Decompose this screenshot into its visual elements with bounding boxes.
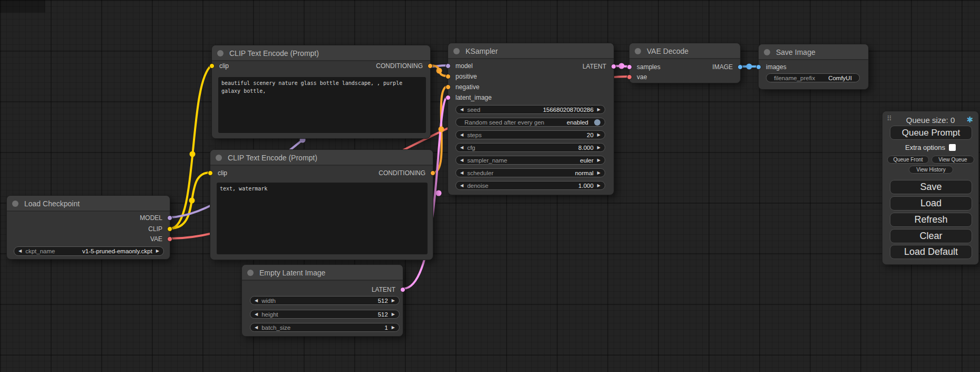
node-vae-decode: VAE Decode samples IMAGE vae xyxy=(629,43,741,83)
steps-widget[interactable]: ◀ steps 20 ▶ xyxy=(455,130,605,139)
filename-prefix-widget[interactable]: filename_prefix ComfyUI xyxy=(766,73,860,82)
collapse-dot-icon[interactable] xyxy=(635,48,641,54)
widget-value: 1 xyxy=(384,325,387,331)
random-seed-toggle-icon[interactable] xyxy=(594,119,600,126)
ckpt-name-widget[interactable]: ◀ ckpt_name v1-5-pruned-emaonly.ckpt ▶ xyxy=(14,246,164,256)
widget-name: steps xyxy=(467,132,482,138)
decrement-arrow-icon[interactable]: ◀ xyxy=(460,158,463,163)
batch-size-widget[interactable]: ◀ batch_size 1 ▶ xyxy=(250,323,400,332)
input-label: images xyxy=(766,63,787,71)
increment-arrow-icon[interactable]: ▶ xyxy=(597,171,600,175)
decrement-arrow-icon[interactable]: ◀ xyxy=(18,249,22,253)
vae-output-slot[interactable] xyxy=(167,236,172,242)
increment-arrow-icon[interactable]: ▶ xyxy=(597,184,600,188)
node-title-bar[interactable]: Empty Latent Image xyxy=(242,265,403,281)
latent-image-input-slot[interactable] xyxy=(445,95,451,100)
collapse-dot-icon[interactable] xyxy=(12,201,18,207)
node-canvas[interactable]: Load Checkpoint MODEL CLIP VAE ◀ ckpt_na… xyxy=(0,0,980,372)
decrement-arrow-icon[interactable]: ◀ xyxy=(460,184,463,188)
width-widget[interactable]: ◀ width 512 ▶ xyxy=(250,296,400,305)
increment-arrow-icon[interactable]: ▶ xyxy=(392,312,395,317)
collapse-dot-icon[interactable] xyxy=(216,155,222,161)
node-title-bar[interactable]: Save Image xyxy=(759,44,868,60)
decrement-arrow-icon[interactable]: ◀ xyxy=(460,146,463,150)
output-label: LATENT xyxy=(372,286,395,293)
node-title-bar[interactable]: KSampler xyxy=(448,43,614,59)
link-midpoint-dot xyxy=(189,198,195,204)
input-label: vae xyxy=(637,73,647,81)
widget-value: enabled xyxy=(567,119,588,126)
widget-value: 1.000 xyxy=(578,183,594,189)
decrement-arrow-icon[interactable]: ◀ xyxy=(255,312,258,317)
load-default-button[interactable]: Load Default xyxy=(890,245,972,259)
denoise-widget[interactable]: ◀ denoise 1.000 ▶ xyxy=(455,181,605,190)
node-title-bar[interactable]: Load Checkpoint xyxy=(7,196,170,212)
queue-front-button[interactable]: Queue Front xyxy=(887,156,929,164)
collapse-dot-icon[interactable] xyxy=(217,50,224,56)
clear-button[interactable]: Clear xyxy=(890,229,972,243)
queue-prompt-button[interactable]: Queue Prompt xyxy=(890,126,972,140)
negative-input-slot[interactable] xyxy=(445,84,451,90)
clip-output-slot[interactable] xyxy=(167,226,172,232)
scheduler-widget[interactable]: ◀ scheduler normal ▶ xyxy=(455,168,605,177)
prompt-textarea[interactable]: beautiful scenery nature glass bottle la… xyxy=(218,77,426,133)
increment-arrow-icon[interactable]: ▶ xyxy=(597,108,600,112)
decrement-arrow-icon[interactable]: ◀ xyxy=(460,133,463,137)
output-label: IMAGE xyxy=(712,63,733,71)
collapse-dot-icon[interactable] xyxy=(764,49,770,55)
extra-options-label: Extra options xyxy=(905,144,945,151)
random-seed-widget[interactable]: Random seed after every gen enabled xyxy=(455,118,605,127)
collapse-dot-icon[interactable] xyxy=(247,270,254,276)
view-history-button[interactable]: View History xyxy=(909,166,953,174)
image-output-slot[interactable] xyxy=(738,64,743,70)
extra-options-checkbox[interactable] xyxy=(949,144,956,151)
decrement-arrow-icon[interactable]: ◀ xyxy=(255,326,258,330)
increment-arrow-icon[interactable]: ▶ xyxy=(597,158,600,163)
widget-name: seed xyxy=(467,107,480,113)
load-button[interactable]: Load xyxy=(890,196,972,211)
link-midpoint-dot xyxy=(619,63,625,69)
latent-output-slot[interactable] xyxy=(400,287,405,292)
node-clip-text-encode-negative: CLIP Text Encode (Prompt) clip CONDITION… xyxy=(210,149,433,260)
widget-name: height xyxy=(261,311,278,318)
widget-name: scheduler xyxy=(467,170,493,176)
link-midpoint-dot xyxy=(746,64,752,70)
decrement-arrow-icon[interactable]: ◀ xyxy=(460,108,463,112)
link-midpoint-dot xyxy=(436,68,442,74)
node-title-bar[interactable]: VAE Decode xyxy=(629,43,740,59)
decrement-arrow-icon[interactable]: ◀ xyxy=(255,299,258,303)
cfg-widget[interactable]: ◀ cfg 8.000 ▶ xyxy=(455,143,605,152)
increment-arrow-icon[interactable]: ▶ xyxy=(156,249,159,253)
widget-name: denoise xyxy=(467,183,488,189)
widget-value: 156680208700286 xyxy=(543,107,594,113)
increment-arrow-icon[interactable]: ▶ xyxy=(392,299,395,303)
link-midpoint-dot xyxy=(439,127,444,132)
latent-output-slot[interactable] xyxy=(611,64,616,69)
positive-input-slot[interactable] xyxy=(445,74,451,79)
gear-icon[interactable]: ✱ xyxy=(966,115,973,125)
refresh-button[interactable]: Refresh xyxy=(890,213,972,227)
height-widget[interactable]: ◀ height 512 ▶ xyxy=(250,310,400,319)
prompt-textarea[interactable]: text, watermark xyxy=(217,183,428,254)
conditioning-output-slot[interactable] xyxy=(428,63,433,69)
node-title-bar[interactable]: CLIP Text Encode (Prompt) xyxy=(210,150,433,166)
increment-arrow-icon[interactable]: ▶ xyxy=(597,146,600,150)
queue-size-label: Queue size: 0 xyxy=(882,116,978,125)
increment-arrow-icon[interactable]: ▶ xyxy=(597,133,600,137)
conditioning-output-slot[interactable] xyxy=(430,170,435,176)
collapse-dot-icon[interactable] xyxy=(453,48,460,54)
input-label: positive xyxy=(455,73,477,80)
node-ksampler: KSampler model LATENT positive negative … xyxy=(448,43,614,195)
vae-input-slot[interactable] xyxy=(627,74,632,80)
model-output-slot[interactable] xyxy=(167,215,172,221)
node-save-image: Save Image images filename_prefix ComfyU… xyxy=(758,44,869,90)
decrement-arrow-icon[interactable]: ◀ xyxy=(460,171,463,175)
images-input-slot[interactable] xyxy=(756,64,761,70)
node-clip-text-encode-positive: CLIP Text Encode (Prompt) clip CONDITION… xyxy=(211,45,431,139)
node-title-bar[interactable]: CLIP Text Encode (Prompt) xyxy=(212,45,430,61)
increment-arrow-icon[interactable]: ▶ xyxy=(392,326,395,330)
sampler-name-widget[interactable]: ◀ sampler_name euler ▶ xyxy=(455,156,605,165)
save-button[interactable]: Save xyxy=(890,180,972,194)
view-queue-button[interactable]: View Queue xyxy=(932,156,974,164)
seed-widget[interactable]: ◀ seed 156680208700286 ▶ xyxy=(455,105,605,114)
